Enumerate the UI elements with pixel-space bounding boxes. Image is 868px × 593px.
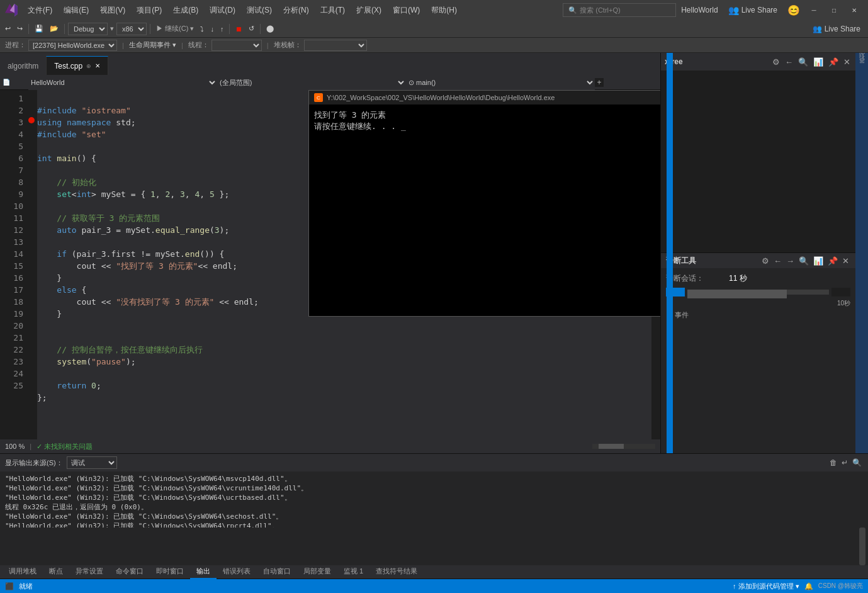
- btab-exception-settings[interactable]: 异常设置: [69, 565, 110, 579]
- xtree-back-icon[interactable]: ←: [784, 56, 794, 68]
- tab-algorithm[interactable]: algorithm: [0, 56, 46, 75]
- scope-selector[interactable]: (全局范围): [217, 75, 406, 90]
- no-issues[interactable]: ✓ 未找到相关问题: [37, 442, 93, 451]
- tab-test-cpp[interactable]: Test.cpp ⊕ ✕: [46, 56, 108, 75]
- menu-build[interactable]: 生成(B): [168, 3, 203, 18]
- search-icon: 🔍: [568, 6, 577, 14]
- menu-file[interactable]: 文件(F): [23, 3, 57, 18]
- restart-btn[interactable]: ↺: [246, 23, 257, 34]
- output-line-4: 线程 0x326c 已退出，返回值为 0 (0x0)。: [5, 502, 863, 512]
- btab-error-list[interactable]: 错误列表: [217, 565, 257, 579]
- bottom-tab-bar: 调用堆栈 断点 异常设置 命令窗口 即时窗口 输出 错误列表 自动窗口 局部变量…: [0, 565, 868, 579]
- add-scroll-btn[interactable]: +: [595, 78, 604, 87]
- status-right: ↑ 添加到源代码管理 ▾ 🔔 CSDN @韩骏亮: [733, 582, 863, 591]
- step-out-btn[interactable]: ↑: [218, 24, 227, 34]
- thread-selector[interactable]: [211, 40, 262, 51]
- diag-search-icon[interactable]: 🔍: [798, 255, 810, 267]
- step-over-btn[interactable]: ⤵: [198, 24, 206, 34]
- process-selector[interactable]: [22376] HelloWorld.exe: [28, 40, 117, 51]
- diag-forward-icon[interactable]: →: [785, 255, 796, 267]
- nav-selector[interactable]: ⊙ main(): [406, 75, 595, 90]
- editor-nav-bar: 📄 HelloWorld (全局范围) ⊙ main() +: [0, 75, 660, 90]
- menu-help[interactable]: 帮助(H): [426, 3, 462, 18]
- diag-pin-icon[interactable]: 📌: [826, 255, 839, 267]
- maximize-button[interactable]: □: [825, 3, 843, 17]
- menu-tools[interactable]: 工具(T): [315, 3, 350, 18]
- menu-extensions[interactable]: 扩展(X): [351, 3, 386, 18]
- right-panels: xtree ⚙ ← 🔍 📊 📌 ✕: [660, 53, 855, 453]
- fr-label-1[interactable]: 计: [858, 55, 866, 60]
- output-find-icon[interactable]: 🔍: [851, 457, 863, 468]
- xtree-settings-icon[interactable]: ⚙: [771, 56, 781, 68]
- menu-analyze[interactable]: 分析(N): [278, 3, 314, 18]
- notification-btn[interactable]: 🔔: [804, 582, 813, 590]
- btab-immediate-window[interactable]: 即时窗口: [150, 565, 190, 579]
- output-line-3: "HelloWorld.exe" (Win32): 已加载 "C:\Window…: [5, 493, 863, 502]
- console-window: C Y:\002_WorkSpace\002_VS\HelloWorld\Hel…: [308, 90, 660, 317]
- menu-project[interactable]: 项目(P): [132, 3, 167, 18]
- console-title-bar: C Y:\002_WorkSpace\002_VS\HelloWorld\Hel…: [309, 91, 660, 104]
- zoom-level[interactable]: 100 %: [5, 443, 25, 450]
- stack-selector[interactable]: [304, 40, 367, 51]
- live-share-icon: 👥: [728, 5, 739, 15]
- diag-back-icon[interactable]: ←: [772, 255, 783, 267]
- sep5: [260, 24, 261, 34]
- minimap-indicator: [592, 444, 655, 449]
- mid-area: algorithm Test.cpp ⊕ ✕ 📄 HelloWorld (全局范…: [0, 53, 868, 453]
- thread-label: 线程：: [188, 40, 209, 50]
- file-selector[interactable]: HelloWorld: [28, 75, 217, 90]
- source-control-btn[interactable]: ↑ 添加到源代码管理 ▾: [733, 582, 799, 591]
- xtree-content: [661, 71, 855, 252]
- diag-settings-icon[interactable]: ⚙: [760, 255, 770, 267]
- btab-find-symbol[interactable]: 查找符号结果: [369, 565, 424, 579]
- fr-label-2[interactable]: 划: [858, 60, 866, 65]
- undo-btn[interactable]: ↩: [3, 23, 13, 34]
- xtree-chart-icon[interactable]: 📊: [812, 56, 825, 68]
- search-box[interactable]: 🔍 搜索 (Ctrl+Q): [563, 3, 676, 17]
- xtree-close-icon[interactable]: ✕: [842, 56, 852, 68]
- btab-auto-window[interactable]: 自动窗口: [257, 565, 297, 579]
- diag-content: 诊断会话： 11 秒 10秒 ▲ 事件: [661, 268, 855, 327]
- menu-edit[interactable]: 编辑(E): [59, 3, 94, 18]
- tab-test-label: Test.cpp: [54, 62, 82, 71]
- sep-debug2: |: [179, 42, 186, 49]
- account-icon[interactable]: 😊: [787, 4, 800, 16]
- menu-debug[interactable]: 调试(D): [205, 3, 240, 18]
- close-button[interactable]: ✕: [845, 3, 863, 17]
- menu-test[interactable]: 测试(S): [242, 3, 277, 18]
- console-line-2: 请按任意键继续. . . _: [314, 121, 660, 132]
- continue-btn[interactable]: ▶ 继续(C) ▾: [154, 23, 196, 35]
- btab-output[interactable]: 输出: [190, 565, 217, 579]
- xtree-search-icon[interactable]: 🔍: [797, 56, 809, 68]
- breakpoint-btn[interactable]: ⬤: [264, 23, 276, 34]
- open-btn[interactable]: 📂: [47, 23, 61, 34]
- menu-window[interactable]: 窗口(W): [388, 3, 425, 18]
- tab-algorithm-label: algorithm: [8, 62, 38, 71]
- diag-close-icon[interactable]: ✕: [841, 255, 850, 267]
- save-btn[interactable]: 💾: [32, 23, 46, 34]
- output-wrap-icon[interactable]: ↵: [840, 457, 849, 468]
- platform-dropdown[interactable]: x86: [116, 23, 147, 35]
- tab-close-icon[interactable]: ✕: [95, 62, 100, 69]
- minimize-button[interactable]: ─: [805, 3, 823, 17]
- stop-btn[interactable]: ⏹: [233, 24, 245, 34]
- step-in-btn[interactable]: ↓: [208, 24, 217, 34]
- fr-label-3[interactable]: 器: [858, 65, 866, 71]
- output-clear-icon[interactable]: 🗑: [828, 457, 838, 468]
- menu-view[interactable]: 视图(V): [95, 3, 130, 18]
- btab-locals[interactable]: 局部变量: [297, 565, 337, 579]
- live-share-toolbar-btn[interactable]: 👥 Live Share: [808, 23, 865, 35]
- btab-command-window[interactable]: 命令窗口: [110, 565, 150, 579]
- live-share-label: Live Share: [741, 6, 777, 14]
- output-source-selector[interactable]: 调试: [67, 456, 117, 469]
- redo-btn[interactable]: ↪: [14, 23, 25, 34]
- btab-callstack[interactable]: 调用堆栈: [3, 565, 43, 579]
- output-content: "HelloWorld.exe" (Win32): 已加载 "C:\Window…: [0, 472, 868, 528]
- btab-breakpoints[interactable]: 断点: [43, 565, 69, 579]
- btab-watch1[interactable]: 监视 1: [337, 565, 369, 579]
- diag-chart-icon[interactable]: 📊: [812, 255, 825, 267]
- console-logo: C: [314, 93, 323, 102]
- xtree-pin-icon[interactable]: 📌: [827, 56, 840, 68]
- live-share-button[interactable]: 👥 Live Share: [723, 4, 782, 16]
- debug-config-dropdown[interactable]: Debug: [68, 23, 108, 35]
